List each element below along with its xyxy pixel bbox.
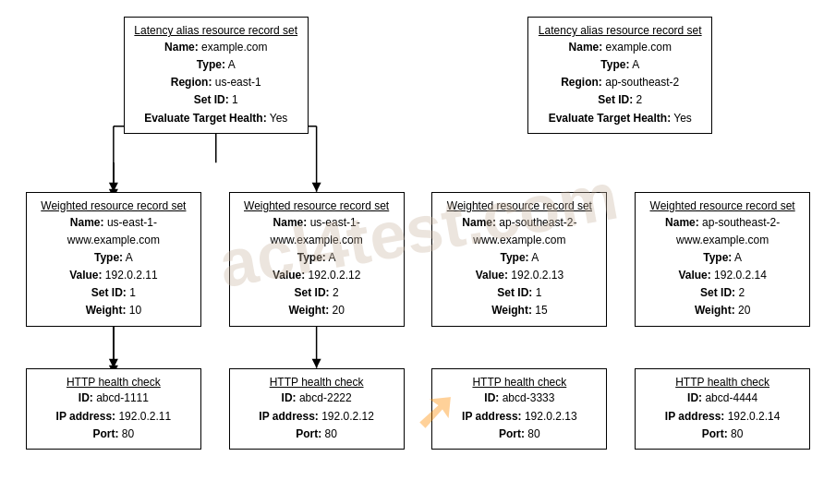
health-box-2-title: HTTP health check <box>237 375 396 390</box>
latency-box-1: Latency alias resource record set Name: … <box>124 17 309 134</box>
weighted-box-4-title: Weighted resource record set <box>643 198 802 214</box>
weighted-box-3: Weighted resource record set Name: ap-so… <box>431 192 607 327</box>
weighted-box-3-title: Weighted resource record set <box>440 198 599 214</box>
middle-row: Weighted resource record set Name: us-ea… <box>5 192 831 327</box>
latency-box-1-title: Latency alias resource record set <box>132 23 300 39</box>
health-box-1-title: HTTP health check <box>34 375 193 390</box>
health-box-3-content: ID: abcd-3333 IP address: 192.0.2.13 Por… <box>440 390 599 443</box>
latency-box-2-content: Name: example.com Type: A Region: ap-sou… <box>536 39 704 127</box>
weighted-box-1-title: Weighted resource record set <box>34 198 193 214</box>
connector-spacer-middle <box>5 327 831 368</box>
latency-box-2: Latency alias resource record set Name: … <box>527 17 712 134</box>
health-box-4-content: ID: abcd-4444 IP address: 192.0.2.14 Por… <box>643 390 802 443</box>
latency-box-2-title: Latency alias resource record set <box>536 23 704 39</box>
health-box-2: HTTP health check ID: abcd-2222 IP addre… <box>229 368 405 450</box>
health-box-4: HTTP health check ID: abcd-4444 IP addre… <box>635 368 810 450</box>
weighted-box-3-content: Name: ap-southeast-2-www.example.com Typ… <box>440 214 599 320</box>
health-box-4-title: HTTP health check <box>643 375 802 390</box>
health-box-2-content: ID: abcd-2222 IP address: 192.0.2.12 Por… <box>237 390 396 443</box>
diagram: acl4test.com ➚ Latency alias resource re… <box>0 0 836 459</box>
weighted-box-2-content: Name: us-east-1-www.example.com Type: A … <box>237 214 396 320</box>
weighted-box-4-content: Name: ap-southeast-2-www.example.com Typ… <box>643 214 802 320</box>
weighted-box-1: Weighted resource record set Name: us-ea… <box>26 192 201 327</box>
bottom-row: HTTP health check ID: abcd-1111 IP addre… <box>5 368 831 450</box>
weighted-box-4: Weighted resource record set Name: ap-so… <box>635 192 810 327</box>
top-row: Latency alias resource record set Name: … <box>5 9 831 134</box>
health-box-1-content: ID: abcd-1111 IP address: 192.0.2.11 Por… <box>34 390 193 443</box>
health-box-3-title: HTTP health check <box>440 375 599 390</box>
weighted-box-2: Weighted resource record set Name: us-ea… <box>229 192 405 327</box>
latency-box-1-content: Name: example.com Type: A Region: us-eas… <box>132 39 300 127</box>
health-box-3: HTTP health check ID: abcd-3333 IP addre… <box>431 368 607 450</box>
weighted-box-2-title: Weighted resource record set <box>237 198 396 214</box>
health-box-1: HTTP health check ID: abcd-1111 IP addre… <box>26 368 201 450</box>
connector-spacer-top <box>5 134 831 192</box>
weighted-box-1-content: Name: us-east-1-www.example.com Type: A … <box>34 214 193 320</box>
